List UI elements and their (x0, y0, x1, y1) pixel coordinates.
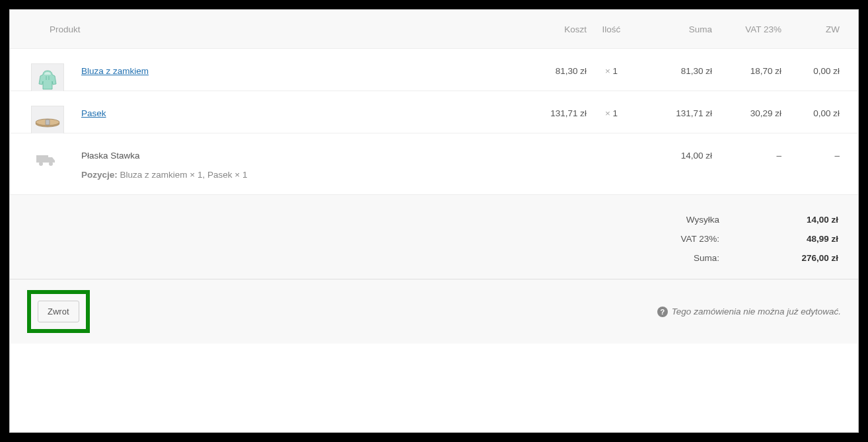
total-shipping: Wysyłka 14,00 zł (30, 215, 838, 225)
table-row: Pasek 131,71 zł × 1 131,71 zł 30,29 zł 0… (10, 91, 858, 133)
header-vat: VAT 23% (712, 24, 781, 34)
shipping-items: Pozycje: Bluza z zamkiem × 1, Pasek × 1 (81, 170, 514, 180)
totals-section: Wysyłka 14,00 zł VAT 23%: 48,99 zł Suma:… (10, 195, 858, 279)
table-row: Bluza z zamkiem 81,30 zł × 1 81,30 zł 18… (10, 49, 858, 91)
hoodie-icon (36, 68, 59, 92)
cell-cost: 131,71 zł (514, 106, 587, 118)
header-qty: Ilość (587, 24, 636, 34)
cell-qty: × 1 (587, 106, 636, 118)
shipping-row: Płaska Stawka Pozycje: Bluza z zamkiem ×… (10, 133, 858, 195)
truck-icon (36, 153, 56, 168)
order-items-panel: Produkt Koszt Ilość Suma VAT 23% ZW Bluz… (9, 9, 859, 433)
cell-sum: 81,30 zł (636, 63, 712, 76)
cell-vat: 18,70 zł (712, 63, 781, 76)
shipping-sum: 14,00 zł (636, 148, 712, 161)
refund-highlight: Zwrot (27, 290, 90, 333)
header-zw: ZW (781, 24, 848, 34)
product-link[interactable]: Bluza z zamkiem (81, 66, 149, 76)
svg-point-7 (49, 162, 53, 166)
shipping-zw: – (781, 148, 848, 161)
shipping-title: Płaska Stawka (81, 151, 514, 161)
svg-rect-5 (36, 155, 48, 163)
cell-sum: 131,71 zł (636, 106, 712, 118)
cell-zw: 0,00 zł (781, 106, 848, 118)
help-icon[interactable]: ? (657, 307, 668, 317)
product-link[interactable]: Pasek (81, 108, 106, 118)
header-product: Produkt (50, 24, 514, 34)
total-vat: VAT 23%: 48,99 zł (30, 234, 838, 244)
refund-button[interactable]: Zwrot (38, 301, 79, 322)
svg-rect-4 (46, 120, 50, 125)
header-cost: Koszt (514, 24, 587, 34)
edit-note: ? Tego zamówienia nie można już edytować… (657, 307, 841, 317)
header-sum: Suma (636, 24, 712, 34)
cell-cost: 81,30 zł (514, 63, 587, 76)
shipping-vat: – (712, 148, 781, 161)
cell-vat: 30,29 zł (712, 106, 781, 118)
table-header: Produkt Koszt Ilość Suma VAT 23% ZW (10, 10, 858, 49)
panel-footer: Zwrot ? Tego zamówienia nie można już ed… (10, 279, 858, 344)
cell-qty: × 1 (587, 63, 636, 76)
belt-icon (34, 116, 61, 128)
svg-point-6 (39, 162, 43, 166)
total-sum: Suma: 276,00 zł (30, 253, 838, 263)
cell-zw: 0,00 zł (781, 63, 848, 76)
